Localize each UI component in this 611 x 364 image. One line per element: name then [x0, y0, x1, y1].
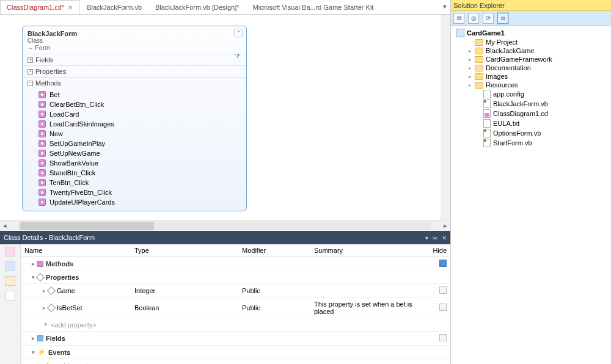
method-item[interactable]: LoadCard — [23, 109, 246, 119]
close-icon[interactable]: ✕ — [442, 235, 447, 241]
expand-icon[interactable]: + — [27, 57, 33, 63]
collapse-icon[interactable]: − — [27, 81, 33, 86]
tree-item[interactable]: StartForm.vb — [452, 138, 610, 148]
tree-item[interactable]: ▸Images — [452, 72, 610, 81]
scroll-right-icon[interactable]: ▸ — [441, 222, 450, 230]
category-properties[interactable]: Properties — [21, 271, 450, 284]
chevron-right-icon[interactable]: ▸ — [467, 48, 472, 54]
tree-item[interactable]: ClassDiagram1.cd — [452, 109, 610, 118]
method-item[interactable]: SetUpNewGame — [23, 148, 246, 158]
method-item[interactable]: UpdateUIPlayerCards — [23, 197, 246, 207]
horizontal-scrollbar[interactable]: ◂ ▸ — [0, 220, 450, 231]
class-inherit: →Form — [27, 44, 241, 51]
col-name[interactable]: Name — [21, 244, 131, 257]
close-icon[interactable]: ✕ — [68, 4, 73, 11]
tree-item[interactable]: ▸CardGameFramework — [452, 55, 610, 64]
chevron-right-icon[interactable] — [43, 305, 46, 311]
dropdown-icon[interactable]: ▾ — [425, 235, 428, 241]
col-summary[interactable]: Summary — [310, 244, 426, 257]
class-box-blackjackform[interactable]: BlackJackForm Class →Form ⌃ ⧩ +Fields +P… — [22, 26, 247, 211]
chevron-right-icon[interactable]: ▸ — [467, 82, 472, 88]
tree-item[interactable]: My Project — [452, 38, 610, 46]
field-icon[interactable] — [5, 276, 15, 286]
view-class-diagram-icon[interactable]: ⧈ — [497, 13, 508, 24]
property-row[interactable]: IsBetSet Boolean Public This property is… — [21, 298, 450, 318]
add-property-row[interactable]: ✦<add property> — [21, 318, 450, 332]
tab-blackjackform-design[interactable]: BlackJackForm.vb [Design]* — [149, 0, 246, 14]
event-icon[interactable] — [5, 291, 15, 300]
property-icon[interactable] — [5, 261, 15, 271]
panel-title: Class Details - BlackJackForm — [4, 234, 95, 241]
method-icon — [38, 198, 46, 206]
tree-item[interactable]: ▸Documentation — [452, 64, 610, 72]
col-modifier[interactable]: Modifier — [238, 244, 310, 257]
method-item[interactable]: StandBtn_Click — [23, 168, 246, 178]
tree-item[interactable]: EULA.txt — [452, 118, 610, 128]
add-event-row[interactable]: ⚡<add event> — [21, 359, 450, 364]
expand-icon[interactable]: + — [27, 69, 33, 75]
scroll-left-icon[interactable]: ◂ — [0, 222, 10, 230]
method-icon — [38, 91, 46, 98]
vertical-scrollbar[interactable] — [441, 15, 450, 220]
tree-item[interactable]: app.config — [452, 89, 610, 99]
method-item[interactable]: TenBtn_Click — [23, 178, 246, 187]
properties-icon[interactable]: ⧉ — [453, 13, 464, 24]
section-fields[interactable]: +Fields — [23, 54, 246, 65]
property-icon — [47, 286, 56, 295]
chevron-right-icon[interactable] — [43, 288, 46, 294]
method-item[interactable]: Bet — [23, 90, 246, 100]
tree-item[interactable]: OptionsForm.vb — [452, 128, 610, 138]
tree-item[interactable]: BlackJackForm.vb — [452, 99, 610, 109]
method-item[interactable]: New — [23, 129, 246, 139]
method-icon[interactable] — [5, 247, 15, 257]
chevron-right-icon[interactable] — [32, 335, 35, 341]
property-row[interactable]: Game Integer Public — [21, 284, 450, 298]
project-node[interactable]: CardGame1 — [452, 28, 610, 38]
tree-label: ClassDiagram1.cd — [493, 110, 548, 117]
method-icon — [38, 150, 46, 157]
hide-checkbox[interactable] — [439, 286, 447, 294]
txtfile-icon — [483, 119, 491, 128]
hide-checkbox[interactable] — [439, 334, 447, 341]
method-item[interactable]: LoadCardSkinImages — [23, 119, 246, 129]
refresh-icon[interactable]: ⟳ — [483, 13, 494, 24]
chevron-right-icon[interactable] — [32, 261, 35, 267]
pin-icon[interactable]: ⫘ — [432, 235, 438, 241]
col-type[interactable]: Type — [131, 244, 238, 257]
method-item[interactable]: SetUpGameInPlay — [23, 139, 246, 148]
category-methods[interactable]: Methods — [21, 257, 450, 271]
method-item[interactable]: TwentyFiveBtn_Click — [23, 187, 246, 197]
tab-classdiagram[interactable]: ClassDiagram1.cd* ✕ — [0, 0, 79, 14]
hide-checkbox[interactable] — [439, 260, 447, 267]
method-item[interactable]: ShowBankValue — [23, 158, 246, 168]
property-icon — [36, 273, 45, 282]
tab-label: BlackJackForm.vb [Design]* — [155, 4, 240, 11]
show-all-icon[interactable]: ◎ — [468, 13, 479, 24]
scrollbar-thumb[interactable] — [20, 222, 154, 230]
filter-icon[interactable]: ⧩ — [235, 52, 240, 60]
chevron-right-icon[interactable]: ▸ — [467, 74, 472, 79]
method-label: New — [49, 130, 63, 137]
tab-blackjackform-vb[interactable]: BlackJackForm.vb — [81, 0, 148, 14]
class-diagram-canvas[interactable]: BlackJackForm Class →Form ⌃ ⧩ +Fields +P… — [0, 15, 441, 220]
chevron-down-icon[interactable] — [32, 274, 35, 280]
tab-overflow-dropdown[interactable]: ▾ — [439, 0, 450, 14]
chevron-right-icon[interactable]: ▸ — [467, 57, 472, 62]
collapse-icon[interactable]: ⌃ — [234, 29, 243, 37]
solution-explorer-toolbar: ⧉ ◎ ⟳ ⧈ — [451, 11, 611, 26]
method-item[interactable]: ClearBetBtn_Click — [23, 100, 246, 109]
tree-label: EULA.txt — [493, 120, 519, 127]
hide-checkbox[interactable] — [439, 304, 447, 311]
vbfile-icon — [483, 139, 491, 147]
chevron-down-icon[interactable] — [32, 349, 35, 355]
event-icon: ⚡ — [43, 362, 51, 364]
section-properties[interactable]: +Properties — [23, 65, 246, 77]
method-label: LoadCardSkinImages — [49, 120, 114, 128]
tree-item[interactable]: ▸Resources — [452, 81, 610, 89]
chevron-right-icon[interactable]: ▸ — [467, 65, 472, 71]
category-fields[interactable]: Fields — [21, 332, 450, 346]
tab-starter-kit[interactable]: Microsoft Visual Ba...rd Game Starter Ki… — [247, 0, 380, 14]
category-events[interactable]: ⚡Events — [21, 346, 450, 359]
tree-item[interactable]: ▸BlackJackGame — [452, 46, 610, 55]
col-hide[interactable]: Hide — [426, 244, 450, 257]
